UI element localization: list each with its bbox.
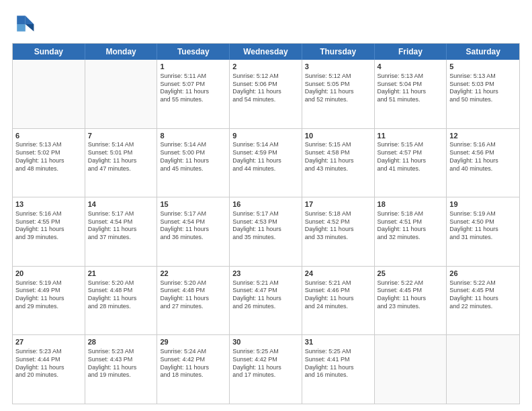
- cal-cell: 27Sunrise: 5:23 AMSunset: 4:44 PMDayligh…: [13, 335, 85, 404]
- day-number: 5: [449, 62, 517, 72]
- cal-cell: 29Sunrise: 5:24 AMSunset: 4:42 PMDayligh…: [157, 335, 230, 404]
- cell-info-line: Sunset: 4:54 PM: [88, 218, 154, 226]
- cal-cell: 31Sunrise: 5:25 AMSunset: 4:41 PMDayligh…: [302, 335, 375, 404]
- svg-rect-2: [17, 15, 26, 24]
- day-number: 12: [449, 131, 517, 141]
- cell-info-line: and 40 minutes.: [449, 165, 517, 173]
- cell-info-line: Sunrise: 5:17 AM: [160, 210, 226, 218]
- cell-info-line: and 47 minutes.: [88, 165, 154, 173]
- cal-cell: 20Sunrise: 5:19 AMSunset: 4:49 PMDayligh…: [13, 267, 85, 335]
- day-number: 23: [232, 269, 299, 279]
- cell-info-line: Sunset: 4:59 PM: [232, 149, 299, 157]
- day-number: 14: [88, 199, 154, 210]
- day-number: 19: [449, 199, 517, 210]
- cell-info-line: Sunset: 4:42 PM: [160, 356, 226, 364]
- day-number: 26: [449, 269, 517, 279]
- cal-cell: [85, 60, 158, 128]
- cell-info-line: and 45 minutes.: [160, 165, 226, 173]
- cell-info-line: Sunrise: 5:17 AM: [232, 210, 299, 218]
- cell-info-line: Daylight: 11 hours: [160, 295, 226, 303]
- cell-info-line: and 39 minutes.: [15, 234, 82, 242]
- cell-info-line: Sunrise: 5:25 AM: [305, 348, 371, 356]
- cal-cell: 28Sunrise: 5:23 AMSunset: 4:43 PMDayligh…: [85, 335, 158, 404]
- cell-info-line: and 43 minutes.: [305, 165, 371, 173]
- week-row-3: 13Sunrise: 5:16 AMSunset: 4:55 PMDayligh…: [13, 197, 519, 267]
- cell-info-line: Daylight: 11 hours: [305, 226, 371, 234]
- week-row-4: 20Sunrise: 5:19 AMSunset: 4:49 PMDayligh…: [13, 267, 519, 336]
- day-number: 10: [305, 131, 371, 141]
- cell-info-line: Sunset: 5:07 PM: [160, 81, 226, 89]
- cell-info-line: Daylight: 11 hours: [15, 364, 82, 372]
- cell-info-line: Daylight: 11 hours: [160, 157, 226, 165]
- day-number: 1: [160, 62, 226, 72]
- cell-info-line: Sunset: 4:56 PM: [449, 149, 517, 157]
- cell-info-line: and 55 minutes.: [160, 96, 226, 104]
- day-number: 2: [232, 62, 299, 72]
- header-day-sunday: Sunday: [13, 44, 85, 60]
- cell-info-line: Daylight: 11 hours: [88, 157, 154, 165]
- cell-info-line: and 31 minutes.: [449, 234, 517, 242]
- cell-info-line: Sunset: 5:04 PM: [378, 81, 444, 89]
- cell-info-line: Sunset: 4:48 PM: [88, 287, 154, 295]
- cell-info-line: Daylight: 11 hours: [232, 88, 299, 96]
- cell-info-line: and 16 minutes.: [305, 371, 371, 379]
- cell-info-line: Sunset: 5:02 PM: [15, 149, 82, 157]
- cell-info-line: Daylight: 11 hours: [232, 295, 299, 303]
- day-number: 25: [378, 269, 444, 279]
- cell-info-line: and 20 minutes.: [15, 371, 82, 379]
- cal-cell: [447, 335, 519, 404]
- cell-info-line: Sunset: 4:46 PM: [305, 287, 371, 295]
- cell-info-line: Sunset: 4:51 PM: [378, 218, 444, 226]
- cell-info-line: Daylight: 11 hours: [378, 295, 444, 303]
- cal-cell: 19Sunrise: 5:19 AMSunset: 4:50 PMDayligh…: [447, 197, 519, 266]
- cell-info-line: Sunset: 5:06 PM: [232, 81, 299, 89]
- cell-info-line: Sunrise: 5:18 AM: [378, 210, 444, 218]
- calendar-body: 1Sunrise: 5:11 AMSunset: 5:07 PMDaylight…: [13, 60, 519, 404]
- cell-info-line: Sunset: 5:03 PM: [449, 81, 517, 89]
- week-row-2: 6Sunrise: 5:13 AMSunset: 5:02 PMDaylight…: [13, 129, 519, 198]
- cell-info-line: Daylight: 11 hours: [160, 88, 226, 96]
- cal-cell: 25Sunrise: 5:22 AMSunset: 4:45 PMDayligh…: [375, 267, 447, 335]
- cell-info-line: Daylight: 11 hours: [449, 157, 517, 165]
- cell-info-line: and 24 minutes.: [305, 303, 371, 311]
- cal-cell: 26Sunrise: 5:22 AMSunset: 4:45 PMDayligh…: [447, 267, 519, 335]
- cell-info-line: Sunset: 4:49 PM: [15, 287, 82, 295]
- cell-info-line: Sunset: 4:57 PM: [378, 149, 444, 157]
- day-number: 8: [160, 131, 226, 141]
- cal-cell: 22Sunrise: 5:20 AMSunset: 4:48 PMDayligh…: [157, 267, 230, 335]
- cell-info-line: Sunrise: 5:17 AM: [88, 210, 154, 218]
- day-number: 16: [232, 199, 299, 210]
- cell-info-line: and 18 minutes.: [160, 371, 226, 379]
- cell-info-line: Sunrise: 5:16 AM: [449, 141, 517, 149]
- cell-info-line: Sunset: 4:52 PM: [305, 218, 371, 226]
- cell-info-line: Sunrise: 5:15 AM: [378, 141, 444, 149]
- logo: [12, 12, 39, 36]
- day-number: 20: [15, 269, 82, 279]
- cell-info-line: Sunrise: 5:14 AM: [88, 141, 154, 149]
- cell-info-line: Sunrise: 5:16 AM: [15, 210, 82, 218]
- svg-rect-3: [17, 24, 26, 32]
- cell-info-line: and 17 minutes.: [232, 371, 299, 379]
- cell-info-line: Sunset: 4:48 PM: [160, 287, 226, 295]
- cell-info-line: and 26 minutes.: [232, 303, 299, 311]
- cell-info-line: Sunset: 4:44 PM: [15, 356, 82, 364]
- calendar: SundayMondayTuesdayWednesdayThursdayFrid…: [12, 43, 520, 404]
- cell-info-line: Sunset: 4:58 PM: [305, 149, 371, 157]
- cal-cell: 18Sunrise: 5:18 AMSunset: 4:51 PMDayligh…: [375, 197, 447, 266]
- day-number: 27: [15, 337, 82, 347]
- cell-info-line: and 52 minutes.: [305, 96, 371, 104]
- day-number: 7: [88, 131, 154, 141]
- cell-info-line: and 37 minutes.: [88, 234, 154, 242]
- cell-info-line: Sunset: 4:42 PM: [232, 356, 299, 364]
- page: SundayMondayTuesdayWednesdayThursdayFrid…: [0, 0, 532, 411]
- cell-info-line: Daylight: 11 hours: [88, 295, 154, 303]
- cell-info-line: Sunrise: 5:19 AM: [449, 210, 517, 218]
- header-day-friday: Friday: [375, 44, 447, 60]
- cell-info-line: Daylight: 11 hours: [378, 226, 444, 234]
- cal-cell: 3Sunrise: 5:12 AMSunset: 5:05 PMDaylight…: [302, 60, 375, 128]
- cell-info-line: Daylight: 11 hours: [232, 364, 299, 372]
- header-day-tuesday: Tuesday: [157, 44, 230, 60]
- day-number: 6: [15, 131, 82, 141]
- logo-icon: [12, 12, 36, 36]
- cell-info-line: and 28 minutes.: [88, 303, 154, 311]
